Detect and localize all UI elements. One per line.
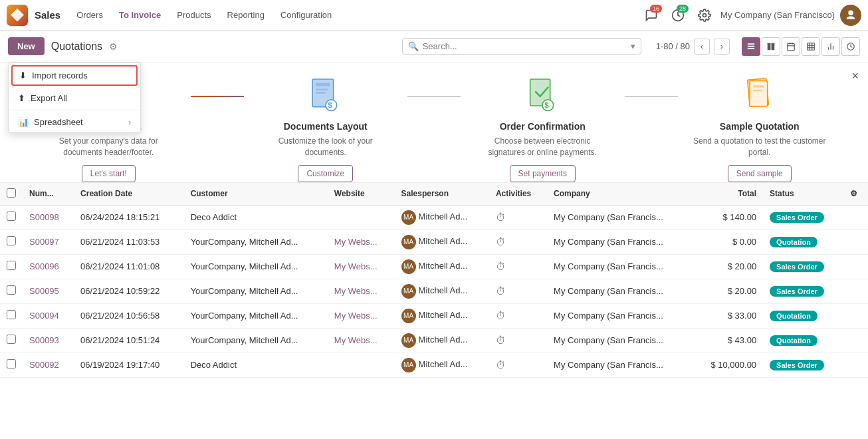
col-status[interactable]: Status <box>763 183 843 206</box>
nav-configuration[interactable]: Configuration <box>274 6 338 24</box>
cell-num[interactable]: S00097 <box>23 229 74 254</box>
connector-1 <box>191 96 244 97</box>
setup-step-company-btn[interactable]: Let's start! <box>82 165 136 182</box>
row-checkbox[interactable] <box>0 254 23 279</box>
setup-step-sample-btn[interactable]: Send sample <box>728 165 792 182</box>
chat-button[interactable]: 16 <box>641 5 662 26</box>
row-checkbox[interactable] <box>0 229 23 254</box>
cell-activities[interactable]: ⏱ <box>489 328 547 353</box>
table-row[interactable]: S00096 06/21/2024 11:01:08 YourCompany, … <box>0 254 868 279</box>
row-checkbox[interactable] <box>0 279 23 303</box>
activity-clock-icon[interactable]: ⏱ <box>496 285 506 297</box>
cell-date: 06/21/2024 11:01:08 <box>74 254 184 279</box>
view-clock-btn[interactable] <box>841 37 860 56</box>
pagination-prev[interactable]: ‹ <box>694 39 710 55</box>
export-icon: ⬆ <box>18 93 25 103</box>
cell-company: My Company (San Francis... <box>547 353 693 377</box>
col-activities[interactable]: Activities <box>489 183 547 206</box>
table-row[interactable]: S00093 06/21/2024 10:51:24 YourCompany, … <box>0 328 868 353</box>
connector-3 <box>625 96 678 97</box>
search-input[interactable] <box>423 41 631 51</box>
cell-num[interactable]: S00096 <box>23 254 74 279</box>
cell-num[interactable]: S00092 <box>23 353 74 377</box>
cell-num[interactable]: S00095 <box>23 279 74 303</box>
table-row[interactable]: S00094 06/21/2024 10:56:58 YourCompany, … <box>0 303 868 328</box>
cell-activities[interactable]: ⏱ <box>489 279 547 303</box>
cell-activities[interactable]: ⏱ <box>489 303 547 328</box>
quotations-table: Num... Creation Date Customer Website Sa… <box>0 183 868 378</box>
activity-clock-icon[interactable]: ⏱ <box>496 335 506 346</box>
table-row[interactable]: S00097 06/21/2024 11:03:53 YourCompany, … <box>0 229 868 254</box>
row-checkbox[interactable] <box>0 328 23 353</box>
col-website[interactable]: Website <box>328 183 395 206</box>
nav-reporting[interactable]: Reporting <box>221 6 271 24</box>
company-name[interactable]: My Company (San Francisco) <box>720 10 835 20</box>
search-bar: 🔍 ▾ <box>402 38 641 55</box>
view-list-btn[interactable] <box>742 37 760 56</box>
svg-text:$: $ <box>545 100 550 109</box>
spreadsheet-arrow-icon: › <box>128 117 131 127</box>
header-checkbox[interactable] <box>0 183 23 206</box>
nav-toinvoice[interactable]: To Invoice <box>112 6 167 24</box>
setup-step-layout-desc: Customize the look of your documents. <box>259 136 392 158</box>
col-salesperson[interactable]: Salesperson <box>395 183 489 206</box>
col-creation-date[interactable]: Creation Date <box>74 183 184 206</box>
cell-company: My Company (San Francis... <box>547 328 693 353</box>
cell-company: My Company (San Francis... <box>547 254 693 279</box>
cell-num[interactable]: S00094 <box>23 303 74 328</box>
import-icon: ⬇ <box>19 71 27 80</box>
col-company[interactable]: Company <box>547 183 693 206</box>
settings-gear-icon[interactable]: ⚙ <box>109 41 118 52</box>
cell-total: $ 0.00 <box>693 229 763 254</box>
table-row[interactable]: S00095 06/21/2024 10:59:22 YourCompany, … <box>0 279 868 303</box>
cell-website <box>328 353 395 377</box>
settings-button[interactable] <box>694 5 715 26</box>
setup-close-button[interactable]: × <box>851 69 859 83</box>
view-chart-btn[interactable] <box>821 37 840 56</box>
setup-step-layout-btn[interactable]: Customize <box>298 165 353 182</box>
user-avatar[interactable] <box>840 5 861 26</box>
table-row[interactable]: S00098 06/24/2024 18:15:21 Deco Addict M… <box>0 205 868 229</box>
activity-clock-icon[interactable]: ⏱ <box>496 261 506 272</box>
svg-rect-37 <box>753 85 764 87</box>
row-checkbox[interactable] <box>0 205 23 229</box>
cell-activities[interactable]: ⏱ <box>489 353 547 377</box>
import-records-label: Import records <box>32 71 88 80</box>
svg-rect-5 <box>768 43 771 50</box>
view-calendar-btn[interactable] <box>782 37 800 56</box>
search-dropdown-icon[interactable]: ▾ <box>631 41 635 51</box>
row-checkbox[interactable] <box>0 303 23 328</box>
nav-orders[interactable]: Orders <box>70 6 110 24</box>
col-customer[interactable]: Customer <box>184 183 328 206</box>
spreadsheet-item[interactable]: 📊 Spreadsheet › <box>9 112 140 132</box>
cell-num[interactable]: S00093 <box>23 328 74 353</box>
cell-activities[interactable]: ⏱ <box>489 205 547 229</box>
activity-clock-icon[interactable]: ⏱ <box>496 359 506 370</box>
activity-clock-icon[interactable]: ⏱ <box>496 212 506 223</box>
col-total[interactable]: Total <box>693 183 763 206</box>
table-row[interactable]: S00092 06/19/2024 19:17:40 Deco Addict M… <box>0 353 868 377</box>
select-all-checkbox[interactable] <box>7 188 16 198</box>
cell-website: My Webs... <box>328 229 395 254</box>
col-settings[interactable]: ⚙ <box>843 183 868 206</box>
cell-num[interactable]: S00098 <box>23 205 74 229</box>
activity-clock-icon[interactable]: ⏱ <box>496 310 506 321</box>
app-logo[interactable] <box>7 5 28 26</box>
export-all-item[interactable]: ⬆ Export All <box>9 88 140 108</box>
view-table-btn[interactable] <box>802 37 820 56</box>
col-num[interactable]: Num... <box>23 183 74 206</box>
import-records-item[interactable]: ⬇ Import records <box>11 65 138 86</box>
setup-step-confirmation-btn[interactable]: Set payments <box>510 165 576 182</box>
activity-clock-icon[interactable]: ⏱ <box>496 236 506 247</box>
row-checkbox[interactable] <box>0 353 23 377</box>
view-kanban-btn[interactable] <box>762 37 780 56</box>
cell-activities[interactable]: ⏱ <box>489 229 547 254</box>
cell-total: $ 33.00 <box>693 303 763 328</box>
cell-activities[interactable]: ⏱ <box>489 254 547 279</box>
pagination-next[interactable]: › <box>714 39 730 55</box>
activity-button[interactable]: 28 <box>667 5 689 26</box>
cell-salesperson: MAMitchell Ad... <box>395 279 489 303</box>
new-button[interactable]: New <box>8 37 45 55</box>
app-name[interactable]: Sales <box>35 9 60 21</box>
nav-products[interactable]: Products <box>170 6 217 24</box>
